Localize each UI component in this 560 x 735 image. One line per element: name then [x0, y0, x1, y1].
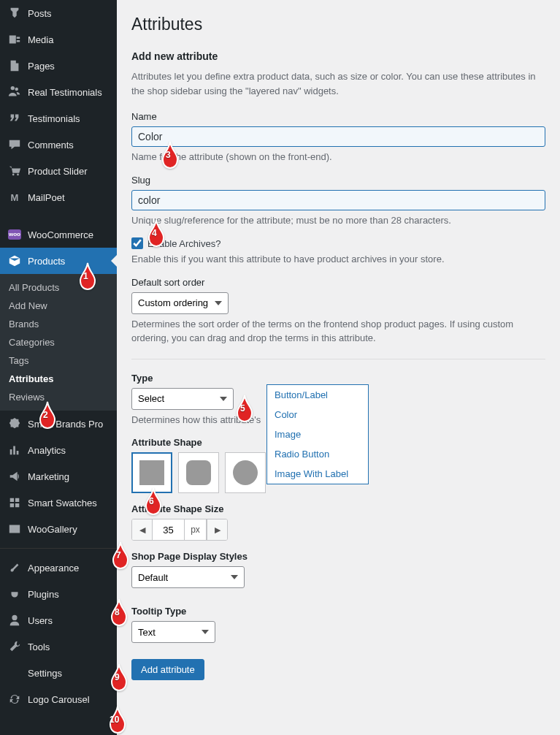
sidebar-item-label: Analytics: [28, 445, 111, 456]
sidebar-item-products[interactable]: Products: [0, 248, 117, 274]
sidebar-item-smart-swatches[interactable]: Smart Swatches: [0, 490, 117, 516]
main-content: Attributes Add new attribute Attributes …: [117, 0, 560, 735]
sidebar-subitem-add-new[interactable]: Add New: [0, 297, 117, 315]
slug-label: Slug: [131, 175, 545, 186]
sidebar-item-comments[interactable]: Comments: [0, 132, 117, 158]
shape-size-input[interactable]: [153, 519, 185, 540]
type-dropdown-list[interactable]: Button/LabelColorImageRadio ButtonImage …: [266, 384, 369, 484]
sidebar-subitem-reviews[interactable]: Reviews: [0, 388, 117, 406]
sidebar-item-posts[interactable]: Posts: [0, 0, 117, 26]
comment-icon: [7, 137, 22, 152]
sliders-icon: [7, 666, 22, 680]
section-title: Add new attribute: [131, 50, 545, 62]
field-archives: Enable Archives? Enable this if you want…: [131, 237, 545, 267]
display-label: Shop Page Display Styles: [131, 551, 545, 562]
swatch-icon: [7, 495, 22, 510]
bar-icon: [7, 443, 22, 457]
sort-label: Default sort order: [131, 277, 545, 288]
slug-help: Unique slug/reference for the attribute;…: [131, 213, 545, 228]
sidebar-item-woocommerce[interactable]: wooWooCommerce: [0, 221, 117, 248]
pin-icon: [7, 6, 22, 20]
type-option-radio-button[interactable]: Radio Button: [267, 444, 368, 464]
shape-size-stepper[interactable]: ◀ px ▶: [131, 519, 228, 541]
type-label: Type: [131, 373, 545, 384]
sidebar-item-woogallery[interactable]: WooGallery: [0, 516, 117, 542]
sort-select[interactable]: Custom ordering: [131, 292, 229, 314]
stepper-unit: px: [185, 519, 207, 540]
plug-icon: [7, 587, 22, 601]
slug-input[interactable]: [131, 190, 545, 210]
user-icon: [7, 613, 22, 628]
sidebar-item-label: Real Testimonials: [28, 87, 111, 98]
sidebar-item-label: Settings: [28, 668, 111, 679]
sidebar-item-marketing[interactable]: Marketing: [0, 463, 117, 490]
sidebar-item-settings[interactable]: Settings: [0, 660, 117, 686]
shape-square[interactable]: [131, 452, 172, 493]
sidebar-item-label: Users: [28, 615, 111, 626]
sidebar-item-product-slider[interactable]: Product Slider: [0, 158, 117, 184]
sidebar-item-analytics[interactable]: Analytics: [0, 437, 117, 463]
stepper-decrease[interactable]: ◀: [132, 519, 153, 540]
cart-icon: [7, 164, 22, 178]
people-icon: [7, 85, 22, 99]
sidebar-subitem-all-products[interactable]: All Products: [0, 278, 117, 297]
name-input[interactable]: [131, 126, 545, 147]
sidebar-item-mailpoet[interactable]: MMailPoet: [0, 184, 117, 210]
sidebar-item-label: Appearance: [28, 563, 111, 574]
field-sort: Default sort order Custom ordering Deter…: [131, 277, 545, 346]
sidebar-item-real-testimonials[interactable]: Real Testimonials: [0, 79, 117, 105]
type-option-image-with-label[interactable]: Image With Label: [267, 464, 368, 484]
enable-archives-checkbox[interactable]: [131, 237, 143, 249]
add-attribute-button[interactable]: Add attribute: [131, 659, 204, 680]
sidebar-submenu-products: All ProductsAdd NewBrandsCategoriesTagsA…: [0, 274, 117, 411]
sidebar-item-label: Pages: [28, 61, 111, 72]
shape-circle[interactable]: [225, 452, 266, 493]
sidebar-subitem-tags[interactable]: Tags: [0, 351, 117, 370]
sidebar-item-label: Marketing: [28, 471, 111, 482]
field-display: Shop Page Display Styles Default: [131, 551, 545, 588]
divider: [131, 359, 545, 359]
sidebar-item-label: WooGallery: [28, 524, 111, 535]
sidebar-subitem-brands[interactable]: Brands: [0, 315, 117, 333]
sidebar-item-users[interactable]: Users: [0, 607, 117, 633]
type-option-color[interactable]: Color: [267, 405, 368, 424]
shape-rounded[interactable]: [178, 452, 219, 493]
sidebar-item-label: Products: [28, 256, 111, 267]
m-icon: M: [7, 190, 22, 205]
field-tooltip: Tooltip Type Text: [131, 606, 545, 643]
tooltip-select[interactable]: Text: [131, 621, 215, 643]
field-name: Name Name for the attribute (shown on th…: [131, 111, 545, 164]
sidebar-item-media[interactable]: Media: [0, 26, 117, 53]
wrench-icon: [7, 639, 22, 654]
pages-icon: [7, 58, 22, 73]
sidebar-item-plugins[interactable]: Plugins: [0, 581, 117, 607]
intro-text: Attributes let you define extra product …: [131, 69, 545, 98]
type-option-button-label[interactable]: Button/Label: [267, 385, 368, 405]
gallery-icon: [7, 522, 22, 536]
name-label: Name: [131, 111, 545, 122]
sidebar-item-appearance[interactable]: Appearance: [0, 555, 117, 581]
sidebar-subitem-attributes[interactable]: Attributes: [0, 370, 117, 388]
tooltip-label: Tooltip Type: [131, 606, 545, 617]
sidebar-item-label: Testimonials: [28, 113, 111, 124]
enable-archives-label: Enable Archives?: [147, 238, 220, 249]
sidebar-item-label: Tools: [28, 641, 111, 652]
sidebar-item-label: Product Slider: [28, 166, 111, 177]
stepper-increase[interactable]: ▶: [207, 519, 227, 540]
sidebar-item-logo-carousel[interactable]: Logo Carousel: [0, 686, 117, 712]
sidebar-item-pages[interactable]: Pages: [0, 53, 117, 79]
sidebar-item-tools[interactable]: Tools: [0, 633, 117, 660]
brush-icon: [7, 560, 22, 575]
page-title: Attributes: [131, 15, 545, 34]
sidebar-item-label: Logo Carousel: [28, 694, 111, 705]
sidebar-item-label: Media: [28, 34, 111, 45]
sidebar-item-testimonials[interactable]: Testimonials: [0, 105, 117, 132]
sidebar-item-smart-brands-pro[interactable]: Smart Brands Pro: [0, 411, 117, 437]
badge-icon: [7, 416, 22, 431]
quote-icon: [7, 111, 22, 126]
speaker-icon: [7, 469, 22, 484]
type-option-image[interactable]: Image: [267, 424, 368, 444]
display-select[interactable]: Default: [131, 566, 245, 588]
sidebar-subitem-categories[interactable]: Categories: [0, 333, 117, 351]
type-select[interactable]: Select: [131, 388, 234, 410]
